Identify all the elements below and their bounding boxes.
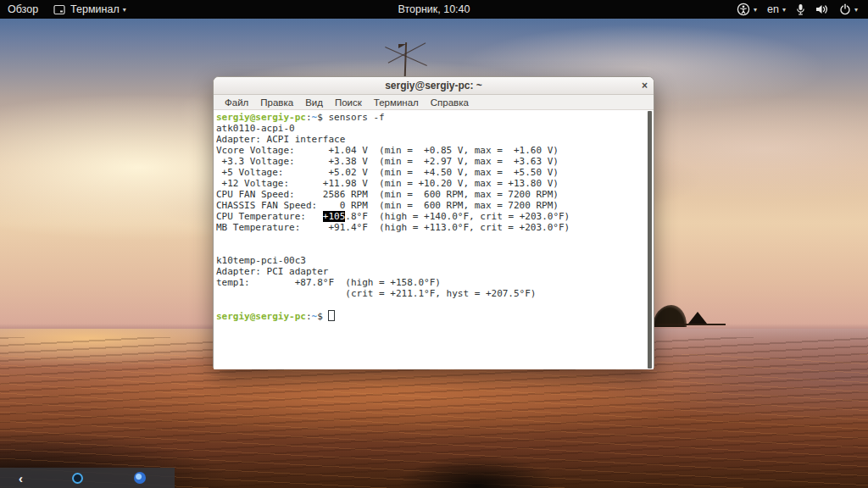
menu-item[interactable]: Справка <box>425 97 475 108</box>
island-hut <box>688 312 707 324</box>
terminal-line: +12 Voltage: +11.98 V (min = +10.20 V, m… <box>216 178 645 189</box>
terminal-line: +3.3 Voltage: +3.38 V (min = +2.97 V, ma… <box>216 156 645 167</box>
activities-label: Обзор <box>8 3 38 15</box>
keyboard-layout-label: en <box>767 3 779 15</box>
accessibility-menu[interactable]: ▾ <box>732 0 762 19</box>
terminal-line: temp1: +87.8°F (high = +158.0°F) <box>216 277 645 288</box>
terminal-line: atk0110-acpi-0 <box>216 123 645 134</box>
top-bar-right: ▾ en ▾ <box>732 0 868 19</box>
top-bar-left: Обзор Терминал ▾ <box>0 0 134 19</box>
speaker-icon <box>815 3 829 15</box>
menu-item[interactable]: Правка <box>254 97 299 108</box>
terminal-line: CPU Temperature: +105.8°F (high = +140.0… <box>216 211 645 222</box>
terminal-window: sergiy@sergiy-pc: ~ × ФайлПравкаВидПоиск… <box>213 76 654 369</box>
corner-player-overlay: ‹ <box>0 468 175 488</box>
terminal-line: Adapter: PCI adapter <box>216 266 645 277</box>
terminal-line: Adapter: ACPI interface <box>216 134 645 145</box>
chevron-down-icon: ▾ <box>782 6 786 14</box>
scrollbar[interactable] <box>648 111 652 369</box>
chevron-down-icon: ▾ <box>123 6 126 14</box>
top-bar: Обзор Терминал ▾ Вторник, 10:40 <box>0 0 868 19</box>
terminal-line: CPU FAN Speed: 2586 RPM (min = 600 RPM, … <box>216 189 645 200</box>
chevron-down-icon: ▾ <box>754 6 757 14</box>
terminal-line: +5 Voltage: +5.02 V (min = +4.50 V, max … <box>216 167 645 178</box>
terminal-output: sergiy@sergiy-pc:~$ sensors -fatk0110-ac… <box>216 112 645 321</box>
terminal-cursor <box>328 310 335 321</box>
island-pier <box>653 324 726 325</box>
terminal-line <box>216 299 645 310</box>
blue-sphere-icon[interactable] <box>134 472 146 484</box>
terminal-line: (crit = +211.1°F, hyst = +207.5°F) <box>216 288 645 299</box>
menu-item[interactable]: Вид <box>299 97 329 108</box>
clock[interactable]: Вторник, 10:40 <box>398 3 470 15</box>
close-button[interactable]: × <box>642 77 648 94</box>
menu-item[interactable]: Файл <box>219 97 254 108</box>
terminal-line: MB Temperature: +91.4°F (high = +113.0°F… <box>216 222 645 233</box>
app-menu-label: Терминал <box>70 3 120 15</box>
terminal-line: CHASSIS FAN Speed: 0 RPM (min = 600 RPM,… <box>216 200 645 211</box>
microphone-indicator[interactable] <box>791 0 810 19</box>
blue-ring-icon[interactable] <box>72 473 83 484</box>
terminal-line: sergiy@sergiy-pc:~$ <box>216 310 645 321</box>
mast-pennant <box>398 44 406 48</box>
chevron-down-icon: ▾ <box>854 6 858 14</box>
power-icon <box>839 3 851 15</box>
terminal-line: Vcore Voltage: +1.04 V (min = +0.85 V, m… <box>216 145 645 156</box>
menu-bar: ФайлПравкаВидПоискТерминалСправка <box>214 95 654 110</box>
desktop: ‹ Обзор Терминал ▾ Вторник, 10:4 <box>0 0 868 488</box>
terminal-app-icon <box>53 4 65 15</box>
volume-indicator[interactable] <box>810 0 834 19</box>
terminal-content[interactable]: sergiy@sergiy-pc:~$ sensors -fatk0110-ac… <box>214 110 654 369</box>
window-titlebar[interactable]: sergiy@sergiy-pc: ~ × <box>214 77 654 95</box>
power-menu[interactable]: ▾ <box>834 0 863 19</box>
menu-item[interactable]: Терминал <box>368 97 425 108</box>
microphone-icon <box>796 3 805 16</box>
keyboard-layout-menu[interactable]: en ▾ <box>762 0 791 19</box>
menu-item[interactable]: Поиск <box>329 97 368 108</box>
activities-button[interactable]: Обзор <box>0 0 46 19</box>
app-menu-button[interactable]: Терминал ▾ <box>46 0 134 19</box>
terminal-line <box>216 233 645 244</box>
back-chevron-icon[interactable]: ‹ <box>19 472 23 485</box>
terminal-line: sergiy@sergiy-pc:~$ sensors -f <box>216 112 645 123</box>
terminal-line: k10temp-pci-00c3 <box>216 255 645 266</box>
window-title: sergiy@sergiy-pc: ~ <box>214 80 654 92</box>
accessibility-icon <box>737 3 750 16</box>
terminal-line <box>216 244 645 255</box>
